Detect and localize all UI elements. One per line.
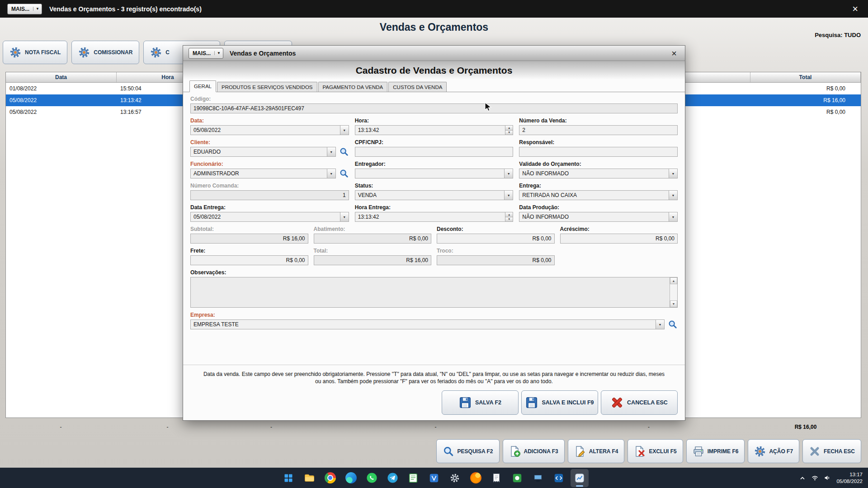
column-header-total[interactable]: Total	[750, 72, 861, 82]
cancela-button[interactable]: CANCELA ESC	[601, 390, 678, 415]
taskbar-apps	[279, 468, 589, 488]
chevron-down-icon[interactable]: ▼	[669, 212, 677, 221]
chevron-down-icon[interactable]: ▼	[669, 169, 677, 178]
dialog-mais-menu-button[interactable]: MAIS... ▼	[189, 48, 223, 59]
frete-input[interactable]: R$ 0,00	[190, 255, 308, 265]
spinner-down-icon[interactable]: ▼	[505, 130, 513, 135]
validade-orcamento-select[interactable]: NÃO INFORMADO ▼	[519, 169, 678, 178]
spinner-down-icon[interactable]: ▼	[505, 217, 513, 222]
responsavel-input[interactable]	[519, 147, 678, 157]
wifi-icon[interactable]	[811, 474, 819, 482]
data-entrega-select[interactable]: 05/08/2022 ▼	[190, 212, 349, 222]
volume-icon[interactable]	[824, 474, 831, 482]
chevron-down-icon[interactable]: ▼	[669, 191, 677, 200]
column-header-data[interactable]: Data	[6, 72, 117, 82]
dialog-close-icon[interactable]: ×	[669, 49, 679, 58]
settings-gear-icon[interactable]	[446, 469, 464, 487]
fecha-button[interactable]: FECHA ESC	[802, 439, 861, 463]
pos-app-icon[interactable]	[508, 469, 526, 487]
empresa-select[interactable]: EMPRESA TESTE ▼	[190, 319, 665, 329]
erp-app-icon[interactable]	[571, 469, 589, 487]
validade-orcamento-group: Validade do Orçamento: NÃO INFORMADO ▼	[519, 157, 678, 178]
numero-comanda-group: Número Comanda: 1	[190, 178, 349, 200]
salva-button[interactable]: SALVA F2	[442, 390, 519, 415]
entrega-select[interactable]: RETIRADA NO CAIXA ▼	[519, 190, 678, 200]
app-blue-icon[interactable]	[425, 469, 443, 487]
comissionar-button[interactable]: COMISSIONAR	[71, 41, 139, 64]
entregador-label: Entregador:	[355, 161, 514, 167]
edge-icon[interactable]	[342, 469, 360, 487]
data-producao-value: NÃO INFORMADO	[519, 212, 669, 221]
adiciona-button[interactable]: ADICIONA F3	[503, 439, 565, 463]
chevron-down-icon[interactable]: ▼	[504, 169, 513, 178]
whatsapp-icon[interactable]	[363, 469, 381, 487]
acrescimo-input[interactable]: R$ 0,00	[560, 234, 678, 244]
hora-input[interactable]: 13:13:42 ▲▼	[355, 125, 514, 135]
scrollbar[interactable]: ▲ ▼	[670, 277, 677, 307]
entrega-value: RETIRADA NO CAIXA	[519, 191, 669, 200]
firefox-icon[interactable]	[467, 469, 485, 487]
chevron-down-icon[interactable]: ▼	[656, 320, 664, 329]
monitor-app-icon[interactable]	[529, 469, 547, 487]
cliente-value: EDUARDO	[191, 147, 327, 156]
telegram-icon[interactable]	[383, 469, 401, 487]
spinner-up-icon[interactable]: ▲	[505, 212, 513, 217]
chevron-down-icon[interactable]: ▼	[327, 169, 335, 178]
exclui-button[interactable]: EXCLUI F5	[627, 439, 683, 463]
chevron-down-icon[interactable]: ▼	[504, 191, 513, 200]
search-icon[interactable]	[339, 147, 349, 157]
cpf-cnpj-input[interactable]	[355, 147, 514, 157]
hora-entrega-input[interactable]: 13:13:42 ▲▼	[355, 212, 514, 222]
mais-menu-button[interactable]: MAIS... ▼	[7, 4, 42, 14]
nota-fiscal-button[interactable]: NOTA FISCAL	[3, 41, 67, 64]
salva-e-inclui-label: SALVA E INCLUI F9	[542, 399, 594, 406]
empresa-value: EMPRESA TESTE	[191, 320, 656, 329]
entregador-select[interactable]: ▼	[355, 169, 514, 178]
data-producao-label: Data Produção:	[519, 204, 678, 211]
status-select[interactable]: VENDA ▼	[355, 190, 514, 200]
notes-app-icon[interactable]	[404, 469, 422, 487]
chrome-icon[interactable]	[321, 469, 339, 487]
close-icon[interactable]: ×	[849, 4, 861, 14]
scroll-down-icon[interactable]: ▼	[670, 300, 677, 307]
imprime-button[interactable]: IMPRIME F6	[686, 439, 745, 463]
funcionario-select[interactable]: ADMINISTRADOR ▼	[190, 169, 336, 178]
receipt-app-icon[interactable]	[487, 469, 505, 487]
tab-produtos-servicos[interactable]: PRODUTOS E SERVIÇOS VENDIDOS	[217, 82, 317, 92]
desconto-input[interactable]: R$ 0,00	[437, 234, 555, 244]
scroll-up-icon[interactable]: ▲	[670, 277, 677, 284]
numero-venda-input[interactable]: 2	[519, 125, 678, 135]
data-select[interactable]: 05/08/2022 ▼	[190, 125, 349, 135]
chevron-up-icon[interactable]	[799, 474, 806, 482]
numero-comanda-value: 1	[191, 191, 349, 200]
code-app-icon[interactable]	[550, 469, 568, 487]
search-icon[interactable]	[668, 319, 678, 329]
chevron-down-icon[interactable]: ▼	[327, 147, 335, 156]
tab-pagamento[interactable]: PAGAMENTO DA VENDA	[318, 82, 388, 92]
page-title: Vendas e Orçamentos	[0, 21, 868, 33]
acao-button[interactable]: AÇÃO F7	[748, 439, 799, 463]
data-producao-select[interactable]: NÃO INFORMADO ▼	[519, 212, 678, 222]
altera-button[interactable]: ALTERA F4	[568, 439, 625, 463]
start-icon[interactable]	[279, 469, 297, 487]
responsavel-group: Responsável:	[519, 135, 678, 157]
chevron-down-icon[interactable]: ▼	[340, 212, 349, 221]
search-icon[interactable]	[339, 169, 349, 178]
cliente-select[interactable]: EDUARDO ▼	[190, 147, 336, 157]
time-spinner[interactable]: ▲▼	[505, 212, 513, 221]
pesquisa-button[interactable]: PESQUISA F2	[436, 439, 500, 463]
cell-data: 05/08/2022	[6, 97, 117, 103]
salva-e-inclui-button[interactable]: SALVA E INCLUI F9	[521, 390, 598, 415]
tab-custos[interactable]: CUSTOS DA VENDA	[388, 82, 447, 92]
file-explorer-icon[interactable]	[300, 469, 318, 487]
tab-geral[interactable]: GERAL	[189, 80, 216, 92]
time-spinner[interactable]: ▲▼	[505, 126, 513, 135]
data-group: Data: 05/08/2022 ▼	[190, 113, 349, 135]
chevron-down-icon[interactable]: ▼	[340, 126, 349, 135]
clock[interactable]: 13:17 05/08/2022	[836, 471, 863, 485]
dialog-titlebar: MAIS... ▼ Vendas e Orçamentos ×	[183, 46, 685, 61]
summary-dash: -	[324, 424, 547, 430]
observacoes-textarea[interactable]: ▲ ▼	[190, 277, 678, 308]
total-field: R$ 16,00	[314, 255, 432, 265]
spinner-up-icon[interactable]: ▲	[505, 126, 513, 130]
